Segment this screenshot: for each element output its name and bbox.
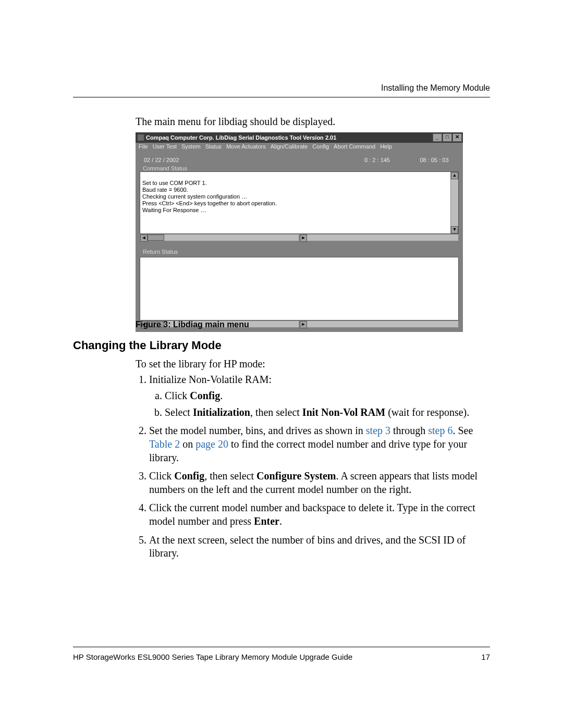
page: Installing the Memory Module The main me… xyxy=(0,0,563,728)
ui-term: Config xyxy=(174,470,204,482)
step-text: . See xyxy=(452,425,473,436)
step-text: (wait for response). xyxy=(385,406,469,418)
menu-user-test[interactable]: User Test xyxy=(153,143,177,150)
ui-term: Configure System xyxy=(256,470,336,482)
menu-bar: File User Test System Status Move Actuat… xyxy=(136,143,463,151)
footer: HP StorageWorks ESL9000 Series Tape Libr… xyxy=(73,652,490,661)
scroll-left-icon[interactable]: ◄ xyxy=(140,235,148,242)
procedure-body: To set the library for HP mode: Initiali… xyxy=(136,357,490,565)
step-text: Click the current model number and backs… xyxy=(149,502,475,527)
menu-abort-command[interactable]: Abort Command xyxy=(334,143,375,150)
step-text: Set the model number, bins, and drives a… xyxy=(149,425,366,436)
menu-file[interactable]: File xyxy=(139,143,148,150)
horizontal-scrollbar[interactable]: ◄ xyxy=(140,234,299,241)
scroll-right-icon[interactable]: ► xyxy=(300,235,307,242)
ui-term: Init Non-Vol RAM xyxy=(302,406,385,418)
cross-ref[interactable]: page 20 xyxy=(195,438,228,450)
cross-ref[interactable]: step 6 xyxy=(428,425,452,436)
running-head: Installing the Memory Module xyxy=(381,83,490,93)
cross-ref[interactable]: step 3 xyxy=(366,425,390,436)
status-row: 02 / 22 / 2002 0 : 2 : 145 08 : 05 : 03 xyxy=(140,154,459,164)
footer-doc-title: HP StorageWorks ESL9000 Series Tape Libr… xyxy=(73,652,459,661)
step-text: . xyxy=(220,390,223,401)
ui-term: Enter xyxy=(254,515,279,527)
lead-in: To set the library for HP mode: xyxy=(136,357,490,371)
menu-move-actuators[interactable]: Move Actuators xyxy=(226,143,266,150)
log-line: Waiting For Response … xyxy=(142,207,206,213)
header-rule xyxy=(73,97,490,97)
list-item: Set the model number, bins, and drives a… xyxy=(149,424,490,464)
log-line: Set to use COM PORT 1. xyxy=(142,180,207,186)
list-item: Initialize Non-Volatile RAM: Click Confi… xyxy=(149,373,490,419)
log-line: Checking current system configuration … xyxy=(142,193,247,200)
status-elapsed: 0 : 2 : 145 xyxy=(179,157,411,163)
log-line: Press <Ctrl> <End> keys together to abor… xyxy=(142,200,277,206)
step-text: Click xyxy=(165,390,190,401)
ui-term: Initialization xyxy=(193,406,250,418)
horizontal-scrollbar[interactable]: ► xyxy=(299,320,459,328)
return-status-pane[interactable] xyxy=(140,257,459,320)
return-status-label: Return Status xyxy=(143,249,459,255)
horizontal-scrollbar[interactable]: ► xyxy=(299,234,459,241)
vertical-scrollbar[interactable]: ▲ ▼ xyxy=(450,172,458,233)
client-area: 02 / 22 / 2002 0 : 2 : 145 08 : 05 : 03 … xyxy=(136,151,463,332)
list-item: At the next screen, select the number of… xyxy=(149,534,490,560)
ui-term: Config xyxy=(190,390,220,401)
menu-system[interactable]: System xyxy=(181,143,201,150)
step-text: , then select xyxy=(250,406,302,418)
step-text: , then select xyxy=(204,470,256,482)
step-list: Initialize Non-Volatile RAM: Click Confi… xyxy=(136,373,490,560)
command-status-hscroll: ◄ ► xyxy=(140,234,459,241)
menu-config[interactable]: Config xyxy=(312,143,329,150)
step-text: . xyxy=(279,515,282,527)
title-bar[interactable]: Compaq Computer Corp. LibDiag Serial Dia… xyxy=(136,132,463,143)
scroll-thumb[interactable] xyxy=(148,235,164,241)
status-clock: 08 : 05 : 03 xyxy=(411,157,458,163)
step-text: through xyxy=(390,425,428,436)
command-status-label: Command Status xyxy=(143,165,459,171)
scroll-down-icon[interactable]: ▼ xyxy=(451,226,458,233)
log-line: Baud rate = 9600. xyxy=(142,187,188,193)
substep-list: Click Config. Select Initialization, the… xyxy=(149,389,490,419)
menu-status[interactable]: Status xyxy=(205,143,222,150)
list-item: Click the current model number and backs… xyxy=(149,501,490,528)
list-item: Click Config. xyxy=(165,389,490,403)
app-icon xyxy=(138,134,144,141)
minimize-button[interactable]: _ xyxy=(433,133,442,142)
intro-paragraph: The main menu for libdiag should be disp… xyxy=(136,116,335,128)
status-date: 02 / 22 / 2002 xyxy=(144,157,179,163)
scroll-up-icon[interactable]: ▲ xyxy=(451,172,458,179)
footer-rule xyxy=(73,647,490,647)
close-button[interactable]: ✕ xyxy=(452,133,462,142)
page-number: 17 xyxy=(459,652,490,661)
menu-align-calibrate[interactable]: Align/Calibrate xyxy=(271,143,308,150)
step-text: Select xyxy=(165,406,193,418)
step-text: Click xyxy=(149,470,174,482)
menu-help[interactable]: Help xyxy=(380,143,392,150)
scroll-right-icon[interactable]: ► xyxy=(300,321,307,328)
step-text: At the next screen, select the number of… xyxy=(149,534,466,559)
maximize-button[interactable]: □ xyxy=(443,133,452,142)
list-item: Select Initialization, then select Init … xyxy=(165,406,490,419)
libdiag-window: Compaq Computer Corp. LibDiag Serial Dia… xyxy=(136,132,463,332)
step-text: Initialize Non-Volatile RAM: xyxy=(149,374,272,385)
figure-caption: Figure 3: Libdiag main menu xyxy=(136,320,249,329)
cross-ref[interactable]: Table 2 xyxy=(149,438,180,450)
command-status-pane[interactable]: Set to use COM PORT 1. Baud rate = 9600.… xyxy=(140,171,459,234)
list-item: Click Config, then select Configure Syst… xyxy=(149,470,490,496)
window-title: Compaq Computer Corp. LibDiag Serial Dia… xyxy=(146,134,432,141)
step-text: on xyxy=(180,438,195,450)
section-heading: Changing the Library Mode xyxy=(73,339,222,352)
